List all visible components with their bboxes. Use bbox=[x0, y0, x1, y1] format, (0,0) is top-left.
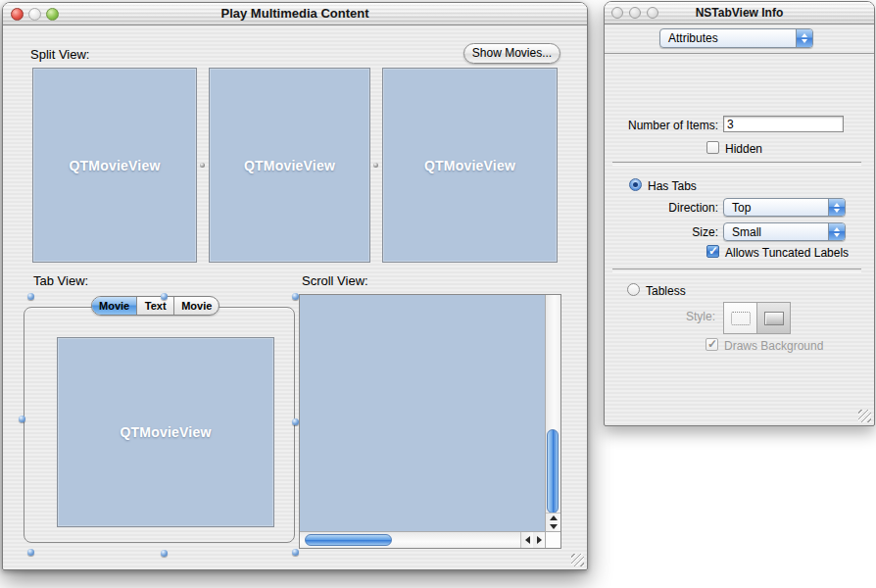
qtmovieview-panel-3[interactable]: QTMovieView bbox=[382, 68, 558, 263]
vertical-scroll-arrows bbox=[546, 513, 560, 531]
selection-handle[interactable] bbox=[292, 549, 299, 556]
scroll-left-button[interactable] bbox=[521, 532, 533, 548]
split-view: QTMovieView QTMovieView QTMovieView bbox=[32, 68, 558, 263]
draws-background-label: Draws Background bbox=[724, 339, 823, 353]
scrollbar-corner bbox=[545, 531, 560, 548]
horizontal-scroll-arrows bbox=[520, 532, 545, 548]
size-popup[interactable]: Small bbox=[723, 222, 846, 241]
style-segment-bevel[interactable] bbox=[756, 303, 790, 333]
vertical-scrollbar[interactable] bbox=[545, 295, 560, 531]
qtmovieview-label: QTMovieView bbox=[121, 424, 212, 440]
qtmovieview-label: QTMovieView bbox=[70, 158, 161, 173]
selection-handle[interactable] bbox=[161, 293, 168, 300]
tab-movie-1[interactable]: Movie bbox=[92, 297, 137, 315]
style-label: Style: bbox=[605, 310, 715, 323]
allows-truncated-labels-label: Allows Tuncated Labels bbox=[725, 246, 849, 260]
number-of-items-label: Number of Items: bbox=[605, 119, 718, 132]
scroll-view[interactable] bbox=[299, 294, 561, 549]
style-segmented-control bbox=[723, 302, 791, 334]
minimize-button[interactable] bbox=[629, 7, 641, 19]
window-title: Play Multimedia Content bbox=[3, 3, 587, 24]
draws-background-checkbox[interactable] bbox=[706, 338, 718, 351]
resize-grip[interactable] bbox=[571, 554, 584, 566]
play-multimedia-window: Play Multimedia Content Split View: Show… bbox=[2, 2, 588, 570]
bevel-box-icon bbox=[764, 312, 784, 325]
nstabview-info-window: NSTabView Info Attributes Number of Item… bbox=[604, 1, 875, 426]
tab-text[interactable]: Text bbox=[137, 297, 174, 315]
horizontal-scrollbar[interactable] bbox=[300, 531, 545, 548]
left-arrow-icon bbox=[525, 536, 530, 544]
pane-selector-popup[interactable]: Attributes bbox=[659, 28, 813, 48]
popup-value: Attributes bbox=[660, 29, 796, 47]
selection-handle[interactable] bbox=[27, 549, 34, 556]
qtmovieview-panel-2[interactable]: QTMovieView bbox=[209, 68, 370, 263]
popup-arrows-icon bbox=[828, 223, 845, 240]
selection-handle[interactable] bbox=[19, 416, 25, 422]
selection-handle[interactable] bbox=[292, 418, 299, 425]
hidden-label: Hidden bbox=[725, 142, 762, 156]
selection-handle[interactable] bbox=[292, 293, 299, 300]
size-label: Size: bbox=[605, 225, 718, 239]
tab-movie-2[interactable]: Movie bbox=[174, 297, 219, 315]
has-tabs-label: Has Tabs bbox=[648, 179, 697, 193]
separator bbox=[612, 162, 861, 166]
resize-grip[interactable] bbox=[858, 410, 871, 422]
qtmovieview-panel-1[interactable]: QTMovieView bbox=[32, 68, 197, 263]
tabless-label: Tabless bbox=[646, 284, 686, 298]
zoom-button[interactable] bbox=[46, 8, 59, 21]
up-arrow-icon bbox=[550, 515, 558, 520]
divider-dimple-icon bbox=[200, 163, 205, 168]
zoom-button[interactable] bbox=[647, 7, 658, 19]
popup-arrows-icon bbox=[796, 29, 812, 47]
qtmovieview-label: QTMovieView bbox=[244, 158, 335, 173]
direction-label: Direction: bbox=[605, 201, 718, 215]
close-button[interactable] bbox=[611, 7, 623, 19]
separator bbox=[612, 269, 861, 272]
number-of-items-field[interactable] bbox=[723, 116, 844, 132]
selection-handle[interactable] bbox=[27, 293, 34, 300]
split-divider-2[interactable] bbox=[370, 68, 382, 263]
scroll-down-button[interactable] bbox=[546, 522, 560, 531]
scroll-view-content[interactable] bbox=[300, 295, 545, 531]
divider-dimple-icon bbox=[373, 163, 378, 168]
tab-bar: Movie Text Movie bbox=[91, 296, 219, 316]
qtmovieview-tab-content[interactable]: QTMovieView bbox=[57, 337, 274, 527]
tab-view-label: Tab View: bbox=[33, 273, 88, 288]
dotted-box-icon bbox=[731, 312, 751, 325]
tabless-radio[interactable] bbox=[627, 283, 640, 296]
close-button[interactable] bbox=[11, 8, 24, 21]
style-segment-dotted[interactable] bbox=[724, 303, 756, 333]
allows-truncated-labels-checkbox[interactable] bbox=[706, 245, 719, 258]
minimize-button[interactable] bbox=[28, 8, 41, 21]
scroll-up-button[interactable] bbox=[546, 514, 560, 522]
down-arrow-icon bbox=[550, 524, 558, 529]
direction-popup[interactable]: Top bbox=[723, 198, 846, 217]
show-movies-button[interactable]: Show Movies... bbox=[463, 43, 560, 64]
split-view-label: Split View: bbox=[30, 47, 89, 62]
split-divider-1[interactable] bbox=[197, 68, 209, 263]
selection-handle[interactable] bbox=[161, 550, 168, 557]
right-arrow-icon bbox=[537, 536, 542, 544]
popup-value: Top bbox=[724, 199, 828, 216]
titlebar[interactable]: Play Multimedia Content bbox=[3, 3, 587, 25]
window-title: NSTabView Info bbox=[605, 2, 874, 24]
has-tabs-radio[interactable] bbox=[629, 178, 642, 191]
popup-value: Small bbox=[724, 223, 828, 240]
pane-selector-band: Attributes bbox=[605, 24, 874, 54]
scroll-view-label: Scroll View: bbox=[302, 273, 368, 288]
popup-arrows-icon bbox=[828, 199, 845, 216]
horizontal-scroll-thumb[interactable] bbox=[305, 534, 392, 546]
hidden-checkbox[interactable] bbox=[706, 141, 719, 154]
vertical-scroll-thumb[interactable] bbox=[547, 429, 559, 514]
qtmovieview-label: QTMovieView bbox=[424, 158, 515, 173]
scroll-right-button[interactable] bbox=[533, 532, 545, 548]
titlebar[interactable]: NSTabView Info bbox=[605, 2, 874, 24]
